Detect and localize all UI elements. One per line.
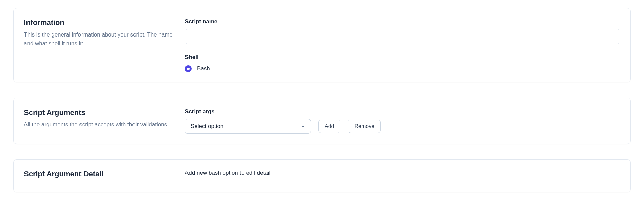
script-name-input[interactable] xyxy=(185,29,620,44)
script-arguments-title: Script Arguments xyxy=(24,108,175,117)
add-button[interactable]: Add xyxy=(318,120,340,133)
remove-button[interactable]: Remove xyxy=(348,120,381,133)
script-args-label: Script args xyxy=(185,108,620,115)
select-placeholder-text: Select option xyxy=(191,123,223,130)
script-arguments-card: Script Arguments All the arguments the s… xyxy=(13,98,631,144)
script-args-controls: Select option Add Remove xyxy=(185,119,620,134)
chevron-down-icon xyxy=(301,124,305,129)
script-argument-detail-right: Add new bash option to edit detail xyxy=(185,170,620,182)
script-arguments-description: All the arguments the script accepts wit… xyxy=(24,120,175,129)
radio-selected-icon xyxy=(185,65,192,72)
shell-radio-row[interactable]: Bash xyxy=(185,65,620,72)
script-arguments-left: Script Arguments All the arguments the s… xyxy=(24,108,175,134)
information-card: Information This is the general informat… xyxy=(13,8,631,82)
script-argument-detail-card: Script Argument Detail Add new bash opti… xyxy=(13,159,631,192)
script-argument-detail-left: Script Argument Detail xyxy=(24,170,175,182)
shell-label: Shell xyxy=(185,54,620,61)
script-arguments-right: Script args Select option Add Remove xyxy=(185,108,620,134)
script-argument-detail-title: Script Argument Detail xyxy=(24,170,175,178)
script-name-label: Script name xyxy=(185,18,620,25)
information-title: Information xyxy=(24,18,175,27)
information-description: This is the general information about yo… xyxy=(24,30,175,48)
shell-option-label: Bash xyxy=(197,65,210,72)
information-right: Script name Shell Bash xyxy=(185,18,620,72)
script-args-select[interactable]: Select option xyxy=(185,119,311,134)
script-argument-detail-message: Add new bash option to edit detail xyxy=(185,170,620,176)
information-left: Information This is the general informat… xyxy=(24,18,175,72)
